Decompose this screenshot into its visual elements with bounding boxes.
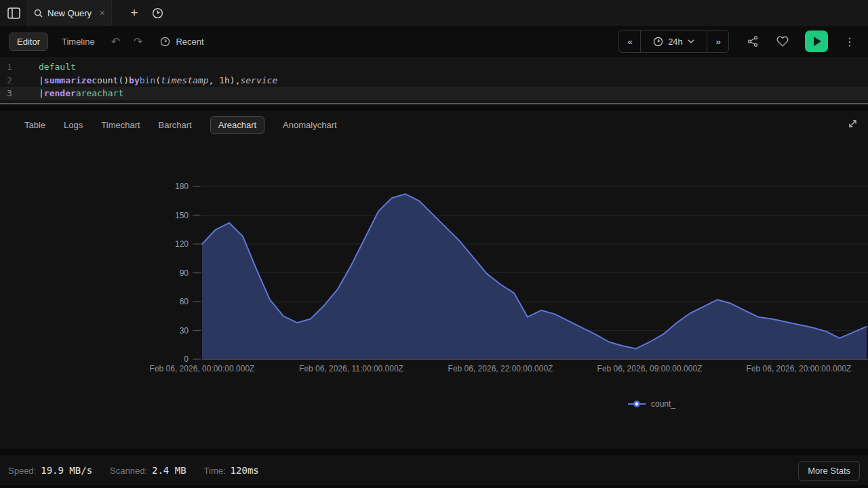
expand-button[interactable] bbox=[847, 118, 859, 129]
clock-icon bbox=[653, 37, 663, 47]
code-token: areachart bbox=[76, 88, 123, 98]
play-icon bbox=[814, 37, 821, 46]
svg-text:90: 90 bbox=[180, 268, 189, 278]
line-number: 3 bbox=[0, 88, 39, 98]
redo-button[interactable]: ↷ bbox=[134, 35, 142, 48]
scanned-stat: Scanned: 2.4 MB bbox=[110, 465, 186, 476]
new-tab-button[interactable]: + bbox=[123, 0, 146, 26]
toolbar-right-group: « 24h » bbox=[618, 30, 859, 53]
results-tab-timechart[interactable]: Timechart bbox=[101, 120, 140, 130]
svg-text:Feb 06, 2026, 20:00:00.000Z: Feb 06, 2026, 20:00:00.000Z bbox=[747, 364, 852, 373]
time-range-forward-button[interactable]: » bbox=[707, 30, 728, 52]
svg-text:180: 180 bbox=[175, 182, 189, 191]
sidebar-panel-icon bbox=[7, 7, 20, 19]
editor-divider bbox=[0, 103, 868, 104]
code-token: count() bbox=[92, 75, 129, 85]
svg-text:Feb 06, 2026, 22:00:00.000Z: Feb 06, 2026, 22:00:00.000Z bbox=[448, 364, 553, 373]
share-icon bbox=[747, 35, 759, 47]
svg-text:Feb 06, 2026, 09:00:00.000Z: Feb 06, 2026, 09:00:00.000Z bbox=[597, 364, 703, 373]
code-token: ( bbox=[155, 75, 161, 85]
scanned-label: Scanned: bbox=[110, 466, 147, 476]
time-range-value: 24h bbox=[668, 37, 683, 47]
favorite-button[interactable] bbox=[776, 35, 789, 47]
code-line-2[interactable]: 2 | summarize count() by bin(timestamp, … bbox=[0, 74, 868, 87]
time-range-control: « 24h » bbox=[618, 30, 729, 53]
query-toolbar: Editor Timeline ↶ ↷ Recent « bbox=[0, 26, 868, 57]
svg-text:150: 150 bbox=[175, 211, 189, 220]
legend-label: count_ bbox=[651, 399, 675, 409]
scanned-value: 2.4 MB bbox=[152, 465, 186, 476]
time-value: 120ms bbox=[231, 465, 259, 476]
chevron-down-icon bbox=[688, 39, 694, 43]
close-icon[interactable]: × bbox=[100, 8, 105, 18]
recent-button[interactable]: Recent bbox=[160, 37, 203, 47]
svg-text:30: 30 bbox=[180, 326, 189, 336]
recent-label: Recent bbox=[176, 37, 203, 47]
history-button[interactable] bbox=[146, 0, 169, 26]
line-number: 1 bbox=[0, 62, 39, 72]
svg-text:0: 0 bbox=[184, 354, 189, 364]
editor-view-button[interactable]: Editor bbox=[9, 33, 48, 51]
time-range-back-button[interactable]: « bbox=[619, 30, 640, 52]
more-options-button[interactable]: ⋮ bbox=[840, 35, 859, 48]
query-editor[interactable]: 1default2 | summarize count() by bin(tim… bbox=[0, 57, 868, 103]
code-token: , 1h), bbox=[209, 75, 241, 85]
results-panel: TableLogsTimechartBarchartAreachartAnoma… bbox=[0, 111, 868, 449]
results-tab-areachart[interactable]: Areachart bbox=[210, 116, 264, 134]
speed-stat: Speed: 19.9 MB/s bbox=[8, 465, 92, 476]
timeline-view-button[interactable]: Timeline bbox=[62, 37, 95, 47]
clock-icon bbox=[160, 37, 170, 47]
speed-value: 19.9 MB/s bbox=[41, 465, 92, 476]
code-line-1[interactable]: 1default bbox=[0, 60, 868, 74]
history-clock-icon bbox=[152, 7, 163, 19]
code-token: | bbox=[39, 88, 44, 98]
sidebar-toggle-button[interactable] bbox=[0, 0, 27, 26]
speed-label: Speed: bbox=[8, 466, 36, 476]
more-stats-button[interactable]: More Stats bbox=[798, 461, 860, 481]
code-line-3[interactable]: 3 | render areachart bbox=[0, 87, 868, 100]
code-token: summarize bbox=[44, 75, 92, 85]
results-tab-bar: TableLogsTimechartBarchartAreachartAnoma… bbox=[0, 111, 868, 138]
code-token: | bbox=[39, 75, 44, 85]
code-token: render bbox=[44, 88, 76, 98]
results-tab-logs[interactable]: Logs bbox=[64, 120, 83, 130]
svg-text:Feb 06, 2026, 11:00:00.000Z: Feb 06, 2026, 11:00:00.000Z bbox=[299, 364, 403, 373]
code-token: by bbox=[129, 75, 140, 85]
undo-button[interactable]: ↶ bbox=[111, 35, 120, 48]
run-query-button[interactable] bbox=[805, 30, 828, 52]
plus-icon: + bbox=[130, 5, 138, 20]
time-range-picker[interactable]: 24h bbox=[640, 30, 707, 52]
code-token: default bbox=[39, 62, 76, 72]
results-tab-barchart[interactable]: Barchart bbox=[159, 120, 192, 130]
results-tab-anomalychart[interactable]: Anomalychart bbox=[283, 120, 336, 130]
svg-text:Feb 06, 2026, 00:00:00.000Z: Feb 06, 2026, 00:00:00.000Z bbox=[150, 364, 255, 373]
svg-text:120: 120 bbox=[175, 239, 189, 249]
time-stat: Time: 120ms bbox=[204, 465, 259, 476]
status-bar: Speed: 19.9 MB/s Scanned: 2.4 MB Time: 1… bbox=[0, 455, 868, 485]
search-icon bbox=[34, 9, 43, 18]
legend-item-count[interactable]: count_ bbox=[628, 399, 675, 409]
legend-marker-icon bbox=[628, 399, 646, 409]
query-tab[interactable]: New Query × bbox=[27, 0, 112, 26]
code-token: service bbox=[240, 75, 277, 85]
code-token: timestamp bbox=[161, 75, 208, 85]
app-window: New Query × + Editor Timeline ↶ ↷ Recent bbox=[0, 0, 868, 488]
line-number: 2 bbox=[0, 75, 39, 85]
code-token: bin bbox=[140, 75, 155, 85]
top-tab-bar: New Query × + bbox=[0, 0, 868, 26]
expand-icon bbox=[847, 118, 859, 129]
time-label: Time: bbox=[204, 466, 226, 476]
results-tab-table[interactable]: Table bbox=[24, 120, 45, 130]
share-button[interactable] bbox=[747, 35, 759, 47]
svg-text:60: 60 bbox=[180, 297, 189, 306]
heart-icon bbox=[776, 35, 789, 47]
tab-title: New Query bbox=[47, 8, 92, 18]
area-chart[interactable]: 0306090120150180Feb 06, 2026, 00:00:00.0… bbox=[149, 163, 868, 380]
